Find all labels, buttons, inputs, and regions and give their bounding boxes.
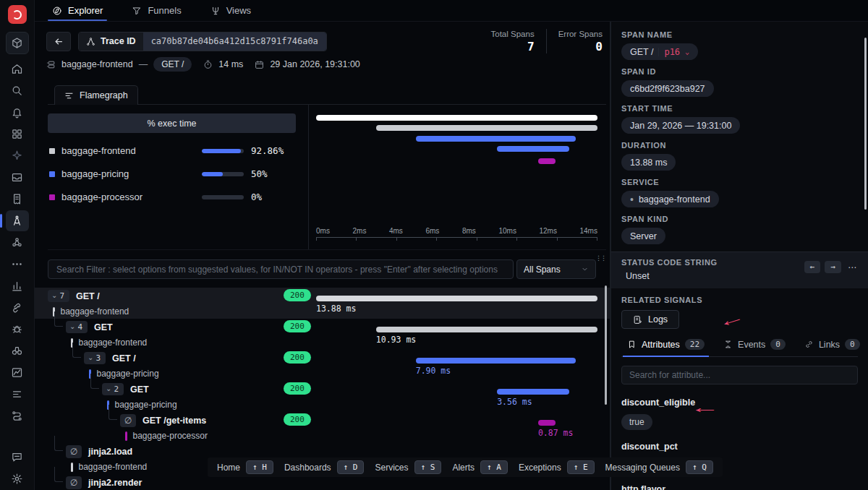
axis-tick-label: 0ms <box>316 227 330 235</box>
sidebar-item-pipelines[interactable] <box>6 384 29 405</box>
shortcut-exceptions[interactable]: Exceptions ↑ E <box>519 460 595 474</box>
span-row[interactable]: ∅GET /get-items200 baggage-processor0.87… <box>35 412 610 443</box>
shortcut-alerts[interactable]: Alerts ↑ A <box>452 460 508 474</box>
span-row[interactable]: ⌄2GET200 baggage-pricing3.56 ms <box>35 381 610 412</box>
collapse-toggle[interactable]: ⌄3 <box>84 352 106 364</box>
alerts-icon <box>11 106 23 119</box>
nav-tab-explorer[interactable]: Explorer <box>51 0 104 21</box>
sidebar-item-logs[interactable] <box>6 189 29 210</box>
shortcut-label: Services <box>375 463 408 473</box>
sidebar-item-metrics[interactable] <box>6 275 29 296</box>
sidebar-item-ai-assistant[interactable] <box>6 145 29 166</box>
metrics-icon <box>11 280 23 292</box>
nav-tab-views[interactable]: Views <box>209 0 252 21</box>
service-map-icon <box>11 345 23 357</box>
sidebar-item-more[interactable] <box>6 254 29 275</box>
sidebar-item-home[interactable] <box>6 59 29 79</box>
sidebar-item-integrations[interactable] <box>6 297 29 318</box>
waterfall-bar[interactable] <box>376 327 597 332</box>
span-name-chip[interactable]: GET /p16⌄ <box>621 43 698 60</box>
arrow-left-icon <box>54 36 64 47</box>
shortcut-services[interactable]: Services ↑ S <box>375 460 441 474</box>
related-logs-button[interactable]: Logs <box>621 310 679 329</box>
flamegraph-chart[interactable]: 0ms2ms4ms6ms8ms10ms12ms14ms <box>316 105 597 249</box>
spans-filter-dropdown[interactable]: All Spans <box>516 259 596 279</box>
shortcut-keys: ↑ A <box>480 460 508 474</box>
details-tab-events[interactable]: Events0 <box>723 339 786 350</box>
span-row[interactable]: ⌄3GET /200 baggage-pricing7.90 ms <box>35 350 610 381</box>
flamegraph-panel: % exec time baggage-frontend 92.86% bagg… <box>48 104 606 250</box>
trace-operation-chip[interactable]: GET / <box>153 57 192 72</box>
flame-span-bar[interactable] <box>416 136 576 142</box>
axis-tick-label: 2ms <box>352 227 366 235</box>
shortcut-messaging-queues[interactable]: Messaging Queues ↑ Q <box>605 460 713 474</box>
waterfall-duration: 7.90 ms <box>416 366 451 376</box>
waterfall-duration: 3.56 ms <box>497 397 532 407</box>
flame-span-bar[interactable] <box>376 125 597 131</box>
waterfall-bar[interactable] <box>497 389 569 395</box>
legend-service-name: baggage-frontend <box>61 145 136 156</box>
shortcut-home[interactable]: Home ↑ H <box>217 460 273 474</box>
tab-flamegraph[interactable]: Flamegraph <box>54 85 138 105</box>
sidebar-item-traces[interactable] <box>6 210 29 231</box>
tab-count-badge: 0 <box>845 339 860 350</box>
span-row[interactable]: ⌄7GET /200 baggage-frontend13.88 ms <box>35 288 610 319</box>
details-scrollbar[interactable] <box>864 38 867 210</box>
details-tabs: Attributes22 Events0 Links0 <box>621 339 858 357</box>
attribute-key: discount_eligible <box>621 397 858 408</box>
sidebar-item-support[interactable] <box>6 447 29 468</box>
shortcut-label: Dashboards <box>284 463 331 473</box>
prev-span-button[interactable]: ← <box>804 261 821 273</box>
sidebar-item-messaging-queues[interactable] <box>6 405 29 426</box>
flame-span-bar[interactable] <box>316 115 597 121</box>
sidebar-item-get-started[interactable] <box>6 32 29 54</box>
collapse-toggle[interactable]: ⌄2 <box>102 383 124 395</box>
sidebar-item-alerts[interactable] <box>6 102 29 123</box>
sidebar-item-exceptions[interactable] <box>6 319 29 340</box>
span-search-input[interactable] <box>48 259 514 279</box>
details-tab-links[interactable]: Links0 <box>804 339 860 350</box>
detail-field-start-time: START TIMEJan 29, 2026 — 19:31:00 <box>621 104 858 134</box>
exec-time-header: % exec time <box>48 113 296 133</box>
sidebar-item-search[interactable] <box>6 80 29 101</box>
collapse-toggle[interactable]: ⌄7 <box>48 290 69 302</box>
waterfall-duration: 10.93 ms <box>376 335 416 345</box>
span-name-row: ⌄2GET200 <box>35 381 316 397</box>
sidebar-item-infrastructure[interactable] <box>6 232 29 253</box>
waterfall-bar[interactable] <box>416 358 576 364</box>
sidebar-item-settings[interactable] <box>6 468 29 489</box>
panel-divider[interactable] <box>610 22 611 490</box>
more-options-icon[interactable]: ⋯ <box>846 262 859 272</box>
error-spans-stat: Error Spans 0 <box>558 30 603 53</box>
traces-icon <box>11 215 23 227</box>
sidebar-item-services[interactable] <box>6 167 29 188</box>
details-tab-attributes[interactable]: Attributes22 <box>627 339 705 350</box>
signoz-logo-icon[interactable] <box>8 5 27 24</box>
get-started-icon <box>11 37 23 49</box>
waterfall-bar[interactable] <box>316 296 597 301</box>
sidebar-item-usage[interactable] <box>6 362 29 383</box>
detail-value-chip: Jan 29, 2026 — 19:31:00 <box>621 117 740 134</box>
nav-tab-funnels[interactable]: Funnels <box>130 0 182 21</box>
bookmark-icon <box>627 340 637 349</box>
next-span-button[interactable]: → <box>825 261 841 273</box>
attribute-search-input[interactable] <box>621 366 858 384</box>
usage-icon <box>11 366 23 379</box>
sidebar-item-service-map[interactable] <box>6 340 29 361</box>
span-row[interactable]: ⌄4GET200 baggage-frontend10.93 ms <box>35 319 610 350</box>
flame-span-bar[interactable] <box>497 146 569 152</box>
back-button[interactable] <box>46 32 71 51</box>
flamegraph-legend: % exec time baggage-frontend 92.86% bagg… <box>48 105 309 249</box>
infrastructure-icon <box>11 236 23 249</box>
trace-id-chip[interactable]: Trace ID ca70b87de04b6a412d15c8791f746a0… <box>78 32 327 51</box>
shortcut-dashboards[interactable]: Dashboards ↑ D <box>284 460 365 474</box>
sidebar-item-dashboards[interactable] <box>6 124 29 145</box>
trace-duration: 14 ms <box>218 59 243 69</box>
waterfall-bar[interactable] <box>538 420 556 426</box>
panel-drag-handle[interactable]: ⋮⋮ <box>595 254 605 262</box>
legend-row: baggage-pricing 50% <box>49 168 296 179</box>
collapse-toggle[interactable]: ⌄4 <box>66 321 88 333</box>
flame-span-bar[interactable] <box>538 158 556 164</box>
span-tree-scrollbar[interactable] <box>605 285 607 405</box>
span-waterfall-cell: 13.88 ms <box>316 288 597 319</box>
